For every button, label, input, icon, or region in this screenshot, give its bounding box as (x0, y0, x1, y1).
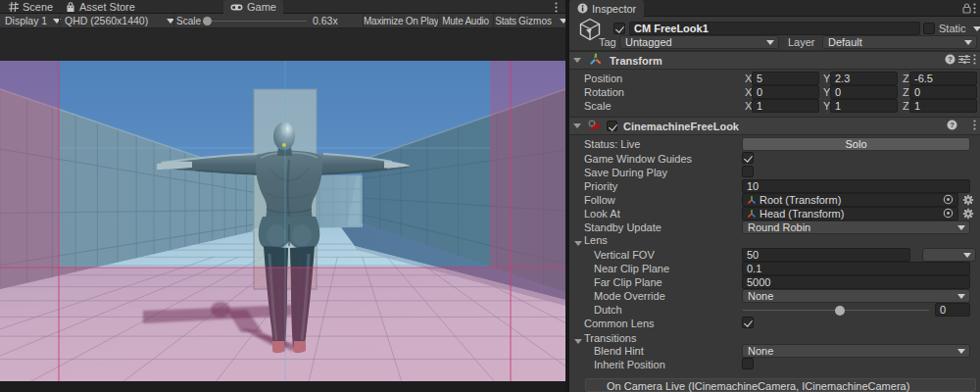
svg-text:?: ? (950, 121, 955, 129)
svg-text:?: ? (948, 55, 953, 64)
